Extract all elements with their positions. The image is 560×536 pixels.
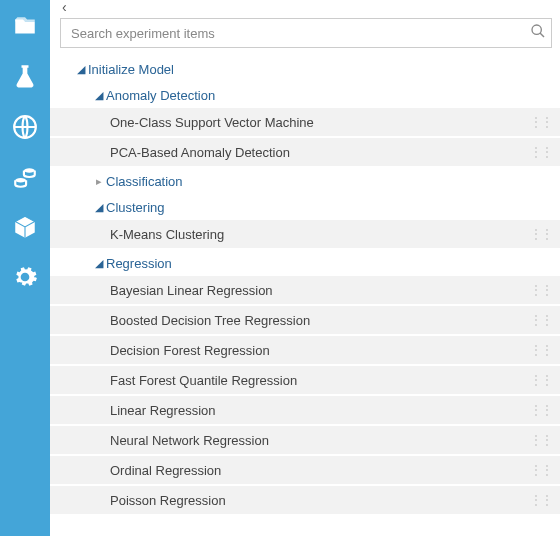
module-label: One-Class Support Vector Machine [110, 115, 314, 130]
sidebar-item-web-services[interactable] [10, 112, 40, 142]
module-label: Linear Regression [110, 403, 216, 418]
search-input[interactable] [60, 18, 552, 48]
module-label: Poisson Regression [110, 493, 226, 508]
module-item[interactable]: Decision Forest Regression ⋮⋮ [50, 336, 560, 366]
module-item[interactable]: Ordinal Regression ⋮⋮ [50, 456, 560, 486]
module-item[interactable]: PCA-Based Anomaly Detection ⋮⋮ [50, 138, 560, 168]
flask-icon [11, 63, 39, 91]
tree-category-classification[interactable]: ▸ Classification [50, 168, 560, 194]
module-label: Bayesian Linear Regression [110, 283, 273, 298]
collapse-panel-button[interactable]: ‹ [50, 0, 560, 14]
sidebar-item-experiments[interactable] [10, 62, 40, 92]
category-label: Classification [106, 174, 183, 189]
folder-icon [12, 14, 38, 40]
module-label: Neural Network Regression [110, 433, 269, 448]
drag-grip-icon: ⋮⋮ [530, 373, 552, 387]
module-item[interactable]: Poisson Regression ⋮⋮ [50, 486, 560, 516]
tree-category-clustering[interactable]: ◢ Clustering [50, 194, 560, 220]
sidebar-item-settings[interactable] [10, 262, 40, 292]
module-item[interactable]: Boosted Decision Tree Regression ⋮⋮ [50, 306, 560, 336]
module-item[interactable]: Neural Network Regression ⋮⋮ [50, 426, 560, 456]
drag-grip-icon: ⋮⋮ [530, 145, 552, 159]
module-item[interactable]: K-Means Clustering ⋮⋮ [50, 220, 560, 250]
module-item[interactable]: Bayesian Linear Regression ⋮⋮ [50, 276, 560, 306]
drag-grip-icon: ⋮⋮ [530, 227, 552, 241]
chevron-left-icon: ‹ [62, 0, 67, 15]
caret-down-icon: ◢ [92, 258, 106, 269]
tree-category-regression[interactable]: ◢ Regression [50, 250, 560, 276]
caret-down-icon: ◢ [92, 90, 106, 101]
svg-point-2 [24, 168, 35, 172]
module-item[interactable]: Linear Regression ⋮⋮ [50, 396, 560, 426]
module-label: K-Means Clustering [110, 227, 224, 242]
cube-icon [12, 214, 38, 240]
drag-grip-icon: ⋮⋮ [530, 313, 552, 327]
drag-grip-icon: ⋮⋮ [530, 463, 552, 477]
module-label: PCA-Based Anomaly Detection [110, 145, 290, 160]
category-label: Clustering [106, 200, 165, 215]
app-root: ‹ ◢ Initialize Model ◢ Anomaly Detection… [0, 0, 560, 536]
tree-category-initialize-model[interactable]: ◢ Initialize Model [50, 56, 560, 82]
sidebar-item-projects[interactable] [10, 12, 40, 42]
module-label: Fast Forest Quantile Regression [110, 373, 297, 388]
module-item[interactable]: One-Class Support Vector Machine ⋮⋮ [50, 108, 560, 138]
caret-down-icon: ◢ [74, 64, 88, 75]
tree-category-anomaly-detection[interactable]: ◢ Anomaly Detection [50, 82, 560, 108]
caret-right-icon: ▸ [92, 176, 106, 187]
module-label: Ordinal Regression [110, 463, 221, 478]
search-container [50, 14, 560, 56]
gear-icon [12, 264, 38, 290]
category-label: Initialize Model [88, 62, 174, 77]
drag-grip-icon: ⋮⋮ [530, 283, 552, 297]
drag-grip-icon: ⋮⋮ [530, 433, 552, 447]
caret-down-icon: ◢ [92, 202, 106, 213]
module-label: Decision Forest Regression [110, 343, 270, 358]
module-label: Boosted Decision Tree Regression [110, 313, 310, 328]
datasets-icon [12, 164, 38, 190]
sidebar-item-trained-models[interactable] [10, 212, 40, 242]
sidebar-item-datasets[interactable] [10, 162, 40, 192]
category-label: Anomaly Detection [106, 88, 215, 103]
drag-grip-icon: ⋮⋮ [530, 115, 552, 129]
globe-icon [12, 114, 38, 140]
drag-grip-icon: ⋮⋮ [530, 343, 552, 357]
drag-grip-icon: ⋮⋮ [530, 493, 552, 507]
drag-grip-icon: ⋮⋮ [530, 403, 552, 417]
main-panel: ‹ ◢ Initialize Model ◢ Anomaly Detection… [50, 0, 560, 536]
module-item[interactable]: Fast Forest Quantile Regression ⋮⋮ [50, 366, 560, 396]
left-sidebar [0, 0, 50, 536]
svg-point-1 [15, 178, 26, 182]
category-label: Regression [106, 256, 172, 271]
module-tree: ◢ Initialize Model ◢ Anomaly Detection O… [50, 56, 560, 536]
